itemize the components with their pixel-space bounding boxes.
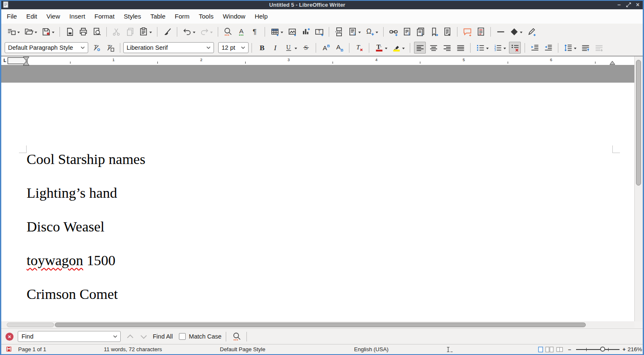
page-break-icon[interactable] bbox=[333, 26, 345, 38]
no-list-icon[interactable] bbox=[509, 42, 521, 54]
horizontal-scrollbar-track[interactable] bbox=[7, 323, 54, 327]
match-case-checkbox[interactable] bbox=[179, 333, 186, 340]
bold-icon[interactable]: B bbox=[256, 42, 268, 54]
right-indent-marker[interactable] bbox=[609, 61, 615, 65]
zoom-out-button[interactable]: – bbox=[568, 346, 571, 352]
paste-dropdown[interactable] bbox=[149, 32, 152, 35]
menu-help[interactable]: Help bbox=[250, 9, 272, 24]
text-language[interactable]: English (USA) bbox=[354, 346, 389, 352]
paste-icon[interactable] bbox=[138, 26, 149, 38]
clear-formatting-icon[interactable]: T bbox=[353, 42, 365, 54]
find-input[interactable] bbox=[18, 331, 121, 342]
cursor-position-icon[interactable] bbox=[446, 347, 453, 354]
underline-dropdown[interactable] bbox=[295, 48, 297, 51]
insert-endnote-icon[interactable]: i bbox=[414, 26, 426, 38]
paragraph[interactable]: Crimson Comet bbox=[27, 287, 145, 301]
save-dropdown[interactable] bbox=[52, 32, 54, 35]
subscript-icon[interactable]: AB bbox=[333, 42, 345, 54]
menu-format[interactable]: Format bbox=[90, 9, 119, 24]
new-document-icon[interactable] bbox=[5, 26, 17, 38]
zoom-slider-thumb[interactable] bbox=[600, 347, 605, 352]
spelling-icon[interactable]: A bbox=[235, 26, 247, 38]
increase-paragraph-spacing-icon[interactable] bbox=[579, 42, 591, 54]
single-page-view-icon[interactable] bbox=[538, 347, 543, 354]
ordered-list-dropdown[interactable] bbox=[503, 48, 506, 51]
horizontal-scrollbar-thumb[interactable] bbox=[55, 323, 586, 327]
vertical-scrollbar[interactable] bbox=[634, 56, 643, 321]
print-preview-icon[interactable] bbox=[91, 26, 103, 38]
document-modified-icon[interactable] bbox=[6, 347, 11, 353]
close-find-bar-button[interactable]: × bbox=[5, 333, 14, 341]
special-character-icon[interactable]: Ω bbox=[364, 26, 376, 38]
misspelled-word[interactable]: toywagon bbox=[27, 253, 83, 268]
insert-field-icon[interactable]: 1 bbox=[346, 26, 358, 38]
menu-file[interactable]: File bbox=[2, 9, 22, 24]
font-size-combo[interactable]: 12 pt bbox=[218, 42, 249, 53]
undo-icon[interactable] bbox=[181, 26, 193, 38]
minimize-button[interactable]: – bbox=[614, 1, 624, 8]
restore-button[interactable] bbox=[624, 1, 633, 8]
indent-markers[interactable] bbox=[23, 56, 30, 66]
superscript-icon[interactable]: AB bbox=[320, 42, 332, 54]
multi-page-view-icon[interactable] bbox=[545, 347, 554, 354]
paragraph-style-combo[interactable]: Default Paragraph Style bbox=[5, 42, 88, 53]
find-and-replace-icon[interactable] bbox=[231, 331, 243, 342]
align-justify-icon[interactable] bbox=[455, 42, 466, 54]
strikethrough-icon[interactable]: S bbox=[300, 42, 312, 54]
font-color-icon[interactable]: T bbox=[373, 42, 385, 54]
paragraph[interactable]: Cool Starship names bbox=[27, 152, 145, 167]
track-changes-icon[interactable] bbox=[475, 26, 487, 38]
font-name-combo[interactable]: Liberation Serif bbox=[123, 42, 214, 53]
clone-formatting-icon[interactable] bbox=[161, 26, 173, 38]
cross-reference-icon[interactable] bbox=[441, 26, 453, 38]
increase-indent-icon[interactable] bbox=[529, 42, 541, 54]
word-count[interactable]: 11 words, 72 characters bbox=[104, 346, 162, 352]
align-left-icon[interactable] bbox=[414, 42, 426, 54]
hyperlink-icon[interactable] bbox=[387, 26, 399, 38]
menu-window[interactable]: Window bbox=[218, 9, 250, 24]
paragraph[interactable]: Lighting’s hand bbox=[27, 186, 145, 200]
line-spacing-dropdown[interactable] bbox=[574, 48, 576, 51]
align-center-icon[interactable] bbox=[428, 42, 439, 54]
update-style-icon[interactable]: T bbox=[91, 42, 103, 54]
special-character-dropdown[interactable] bbox=[376, 32, 378, 35]
horizontal-line-icon[interactable] bbox=[495, 26, 506, 38]
paragraph[interactable]: toywagon 1500 bbox=[27, 253, 145, 268]
insert-chart-icon[interactable] bbox=[300, 26, 311, 38]
zoom-slider[interactable] bbox=[576, 349, 620, 350]
close-button[interactable]: × bbox=[633, 1, 642, 8]
match-case-label[interactable]: Match Case bbox=[189, 333, 222, 340]
bookmark-icon[interactable] bbox=[428, 26, 440, 38]
basic-shapes-dropdown[interactable] bbox=[520, 32, 522, 35]
export-pdf-icon[interactable] bbox=[64, 26, 76, 38]
horizontal-scrollbar[interactable] bbox=[1, 321, 634, 328]
underline-icon[interactable]: U bbox=[283, 42, 295, 54]
document-page[interactable]: Cool Starship names Lighting’s hand Disc… bbox=[1, 83, 634, 321]
show-draw-functions-icon[interactable] bbox=[525, 26, 537, 38]
insert-image-icon[interactable] bbox=[286, 26, 298, 38]
print-icon[interactable] bbox=[77, 26, 89, 38]
unordered-list-dropdown[interactable] bbox=[486, 48, 489, 51]
zoom-level[interactable]: 216% bbox=[628, 346, 642, 352]
highlight-color-icon[interactable] bbox=[390, 42, 402, 54]
document-text[interactable]: Cool Starship names Lighting’s hand Disc… bbox=[27, 152, 145, 320]
tab-stop-selector[interactable]: L bbox=[2, 58, 8, 63]
page-style[interactable]: Default Page Style bbox=[220, 346, 265, 352]
title-bar[interactable]: Untitled 5 - LibreOffice Writer – × bbox=[0, 0, 644, 9]
find-replace-icon[interactable] bbox=[222, 26, 234, 38]
horizontal-ruler[interactable]: L 1 2 3 4 5 6 bbox=[1, 56, 634, 65]
save-icon[interactable] bbox=[40, 26, 52, 38]
menu-table[interactable]: Table bbox=[146, 9, 170, 24]
menu-edit[interactable]: Edit bbox=[22, 9, 42, 24]
menu-view[interactable]: View bbox=[42, 9, 65, 24]
formatting-marks-icon[interactable]: ¶ bbox=[249, 26, 261, 38]
insert-footnote-icon[interactable]: 1 bbox=[401, 26, 413, 38]
menu-styles[interactable]: Styles bbox=[119, 9, 146, 24]
line-spacing-icon[interactable] bbox=[562, 42, 574, 54]
unordered-list-icon[interactable] bbox=[474, 42, 486, 54]
new-document-dropdown[interactable] bbox=[17, 32, 20, 35]
insert-table-icon[interactable] bbox=[269, 26, 281, 38]
menu-form[interactable]: Form bbox=[170, 9, 194, 24]
menu-insert[interactable]: Insert bbox=[65, 9, 90, 24]
find-text-field[interactable] bbox=[18, 333, 111, 340]
